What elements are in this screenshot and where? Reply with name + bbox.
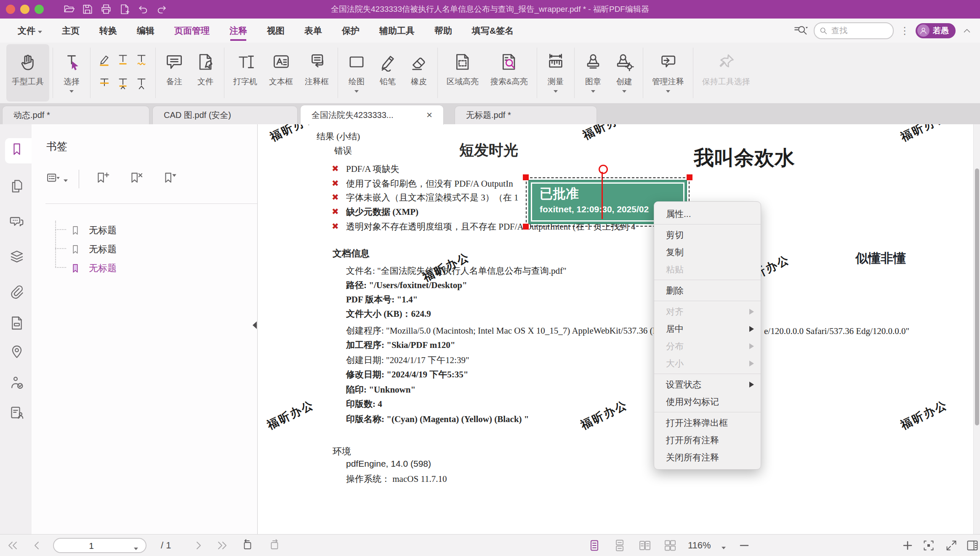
ribbon-button-管理注释[interactable]: 管理注释 <box>647 44 690 102</box>
squiggly-text-icon[interactable] <box>134 52 149 67</box>
reading-panel-button[interactable] <box>966 539 979 552</box>
close-tab-icon[interactable]: × <box>414 109 432 121</box>
search-box[interactable] <box>814 22 894 39</box>
rotation-handle[interactable] <box>599 165 608 174</box>
sidebar-destinations-icon[interactable] <box>9 344 25 360</box>
underline-text-icon[interactable] <box>116 52 130 67</box>
next-view-button[interactable] <box>268 539 281 552</box>
context-menu-item-剪切[interactable]: 剪切 <box>654 226 761 243</box>
fit-page-button[interactable] <box>922 539 935 552</box>
collapse-ribbon-icon[interactable] <box>961 25 972 36</box>
last-page-button[interactable] <box>216 539 229 552</box>
list-menu-icon[interactable] <box>45 171 61 186</box>
zoom-out-button[interactable] <box>738 539 751 552</box>
sidebar-certificates-icon[interactable] <box>9 405 25 421</box>
context-menu-item-设置状态[interactable]: 设置状态 <box>654 376 761 393</box>
replace-text-icon[interactable] <box>134 76 149 90</box>
ribbon-button-图章[interactable]: 图章 <box>578 44 608 102</box>
prev-page-button[interactable] <box>30 539 44 552</box>
chevron-down-icon[interactable] <box>64 179 68 182</box>
menu-tab-注释[interactable]: 注释 <box>229 25 247 37</box>
sidebar-attachments-icon[interactable] <box>9 284 25 300</box>
strikeout-text-icon[interactable] <box>97 76 112 90</box>
sidebar-signatures-icon[interactable] <box>9 375 25 391</box>
menu-tab-填写&签名[interactable]: 填写&签名 <box>472 25 514 37</box>
previous-view-button[interactable] <box>241 539 254 552</box>
menu-tab-帮助[interactable]: 帮助 <box>434 25 452 37</box>
ribbon-button-橡皮[interactable]: 橡皮 <box>404 44 434 102</box>
bookmark-item[interactable]: 无标题 <box>69 262 117 275</box>
vertical-scrollbar[interactable] <box>973 124 980 534</box>
chevron-down-icon[interactable] <box>554 90 558 93</box>
context-menu-item-使用对勾标记[interactable]: 使用对勾标记 <box>654 393 761 410</box>
bookmark-item[interactable]: 无标题 <box>69 224 117 237</box>
ribbon-button-文本框[interactable]: 文本框 <box>264 44 298 102</box>
insert-text-icon[interactable] <box>116 76 130 90</box>
print-icon[interactable] <box>100 3 113 16</box>
collapse-panel-handle[interactable] <box>253 321 257 329</box>
close-window-button[interactable] <box>6 5 15 14</box>
context-menu-item-居中[interactable]: 居中 <box>654 320 761 337</box>
more-options-icon[interactable]: ⋮ <box>900 26 910 36</box>
context-menu-item-关闭所有注释[interactable]: 关闭所有注释 <box>654 449 761 466</box>
zoom-in-button[interactable] <box>901 539 914 552</box>
sidebar-comments-icon[interactable] <box>9 214 25 230</box>
highlight-icon[interactable] <box>97 52 112 67</box>
open-icon[interactable] <box>63 3 76 16</box>
menu-tab-辅助工具[interactable]: 辅助工具 <box>379 25 415 37</box>
ribbon-button-测量[interactable]: 测量 <box>541 44 571 102</box>
page-dropdown-icon[interactable] <box>134 548 138 550</box>
next-page-button[interactable] <box>192 539 205 552</box>
ribbon-button-备注[interactable]: 备注 <box>159 44 189 102</box>
chevron-down-icon[interactable] <box>354 90 359 93</box>
search-input[interactable] <box>831 26 879 36</box>
chevron-down-icon[interactable] <box>591 90 595 93</box>
zoom-level-label[interactable]: 116% <box>688 540 711 551</box>
user-account-button[interactable]: 若愚 <box>916 23 956 38</box>
context-menu-item-属性[interactable]: 属性... <box>654 205 761 222</box>
ribbon-button-铅笔[interactable]: 铅笔 <box>373 44 403 102</box>
bookmark-item[interactable]: 无标题 <box>69 243 117 256</box>
newpage-icon[interactable] <box>119 3 131 16</box>
save-icon[interactable] <box>82 3 94 16</box>
two-page-view-button[interactable] <box>638 539 652 552</box>
scrollbar-thumb[interactable] <box>975 168 979 425</box>
sidebar-fields-icon[interactable] <box>9 315 25 331</box>
fullscreen-button[interactable] <box>945 539 958 552</box>
sidebar-bookmark-icon[interactable] <box>9 141 25 157</box>
chevron-down-icon[interactable] <box>666 90 670 93</box>
context-menu-item-复制[interactable]: 复制 <box>654 243 761 261</box>
redo-icon[interactable] <box>156 3 168 16</box>
ribbon-button-选择[interactable]: 选择 <box>56 44 87 102</box>
two-page-continuous-view-button[interactable] <box>663 539 677 552</box>
ribbon-button-文件[interactable]: 文件 <box>190 44 221 102</box>
menu-tab-转换[interactable]: 转换 <box>99 25 117 37</box>
ribbon-button-创建[interactable]: 创建 <box>609 44 639 102</box>
single-page-view-button[interactable] <box>588 539 601 552</box>
find-replace-icon[interactable] <box>794 24 808 38</box>
sidebar-layers-icon[interactable] <box>9 249 25 265</box>
bookmark-add-icon[interactable] <box>95 171 110 186</box>
chevron-down-icon[interactable] <box>622 90 626 93</box>
page-number-input[interactable]: 1 <box>53 538 146 553</box>
document-tab-2[interactable]: CAD 图.pdf (安全) <box>152 106 298 124</box>
resize-handle[interactable] <box>687 174 692 180</box>
ribbon-button-注释框[interactable]: 注释框 <box>299 44 334 102</box>
document-tab-1[interactable]: 动态.pdf * <box>2 106 149 124</box>
bookmark-delete-icon[interactable] <box>128 171 144 186</box>
resize-handle[interactable] <box>523 224 529 230</box>
sidebar-pages-icon[interactable] <box>9 178 25 194</box>
resize-handle[interactable] <box>523 174 529 180</box>
zoom-dropdown-icon[interactable] <box>722 547 726 549</box>
bookmark-expand-icon[interactable] <box>162 171 177 186</box>
first-page-button[interactable] <box>6 539 19 552</box>
document-tab-3[interactable]: 全国法院失4233333...× <box>300 105 444 125</box>
menu-tab-表单[interactable]: 表单 <box>304 25 322 37</box>
ribbon-button-打字机[interactable]: 打字机 <box>228 44 263 102</box>
ribbon-button-区域高亮[interactable]: 区域高亮 <box>441 44 484 102</box>
menu-tab-文件[interactable]: 文件 <box>18 25 42 37</box>
menu-tab-页面管理[interactable]: 页面管理 <box>174 25 210 37</box>
zoom-window-button[interactable] <box>35 5 44 14</box>
menu-tab-保护[interactable]: 保护 <box>342 25 360 37</box>
menu-tab-主页[interactable]: 主页 <box>62 25 80 37</box>
